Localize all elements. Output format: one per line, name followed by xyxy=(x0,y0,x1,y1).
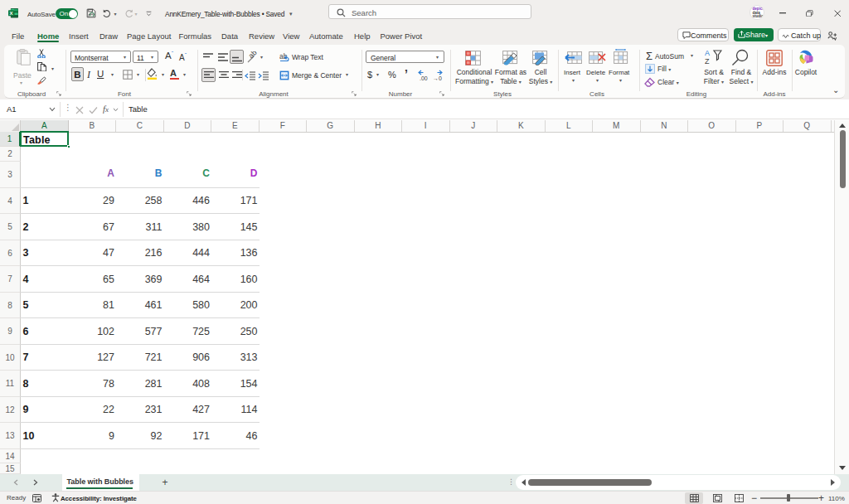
svg-text:→0: →0 xyxy=(433,75,442,81)
svg-text:A: A xyxy=(705,49,710,57)
svg-text:.00: .00 xyxy=(420,75,428,81)
svg-text:ab: ab xyxy=(247,51,259,61)
svg-text:X: X xyxy=(10,11,13,16)
svg-text:Z: Z xyxy=(705,57,710,65)
